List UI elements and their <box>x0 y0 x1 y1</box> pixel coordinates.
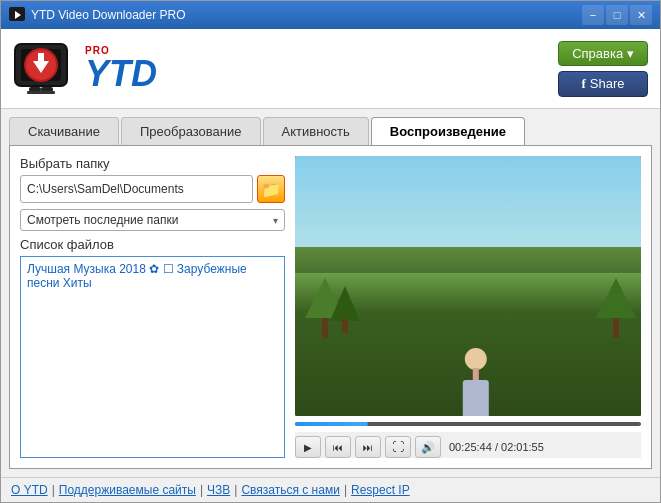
panel-left: Выбрать папку 📁 Смотреть последние папки… <box>20 156 285 458</box>
file-item-text: Лучшая Музыка 2018 ✿ ☐ Зарубежные песни … <box>27 262 278 290</box>
logo-tv-icon <box>13 39 73 99</box>
tab-playback[interactable]: Воспроизведение <box>371 117 525 145</box>
footer-sep-3: | <box>234 483 237 497</box>
footer-link-respectip[interactable]: Respect IP <box>351 483 410 497</box>
fullscreen-button[interactable]: ⛶ <box>385 436 411 458</box>
video-progress-bar[interactable] <box>295 422 641 426</box>
folder-icon: 📁 <box>261 180 281 199</box>
fullscreen-icon: ⛶ <box>392 440 404 454</box>
tabs-bar: Скачивание Преобразование Активность Вос… <box>9 117 652 145</box>
video-background <box>295 156 641 416</box>
footer-link-about[interactable]: О YTD <box>11 483 48 497</box>
logo-text-area: PRO YTD <box>85 45 157 92</box>
folder-path-input[interactable] <box>20 175 253 203</box>
share-button[interactable]: f Share <box>558 71 648 97</box>
rewind-button[interactable]: ⏮ <box>325 436 351 458</box>
progress-area <box>295 416 641 432</box>
spravka-label: Справка ▾ <box>572 46 634 61</box>
files-label: Список файлов <box>20 237 285 252</box>
logo-area: PRO YTD <box>13 39 558 99</box>
play-button[interactable]: ▶ <box>295 436 321 458</box>
time-display: 00:25:44 / 02:01:55 <box>449 441 544 453</box>
footer-link-sites[interactable]: Поддерживаемые сайты <box>59 483 196 497</box>
footer-sep-4: | <box>344 483 347 497</box>
title-bar-text: YTD Video Downloader PRO <box>31 8 582 22</box>
svg-rect-10 <box>39 91 55 94</box>
forward-icon: ⏭ <box>363 442 373 453</box>
current-time: 00:25:44 <box>449 441 492 453</box>
footer-sep-1: | <box>52 483 55 497</box>
logo-ytd-label: YTD <box>85 56 157 92</box>
footer-sep-2: | <box>200 483 203 497</box>
minimize-button[interactable]: − <box>582 5 604 25</box>
share-label: Share <box>590 76 625 91</box>
chevron-down-icon: ▾ <box>273 215 278 226</box>
tab-activity[interactable]: Активность <box>263 117 369 145</box>
dropdown-label: Смотреть последние папки <box>27 213 178 227</box>
title-bar-controls: − □ ✕ <box>582 5 652 25</box>
tab-convert[interactable]: Преобразование <box>121 117 261 145</box>
header: PRO YTD Справка ▾ f Share <box>1 29 660 109</box>
list-item[interactable]: Лучшая Музыка 2018 ✿ ☐ Зарубежные песни … <box>23 259 282 293</box>
spravka-button[interactable]: Справка ▾ <box>558 41 648 66</box>
volume-icon: 🔊 <box>421 441 435 454</box>
title-bar: YTD Video Downloader PRO − □ ✕ <box>1 1 660 29</box>
play-icon: ▶ <box>304 442 312 453</box>
video-progress-fill <box>295 422 368 426</box>
footer: О YTD | Поддерживаемые сайты | ЧЗВ | Свя… <box>1 477 660 502</box>
folder-label: Выбрать папку <box>20 156 285 171</box>
playback-panel: Выбрать папку 📁 Смотреть последние папки… <box>9 145 652 469</box>
video-player-area: ▶ ⏮ ⏭ ⛶ 🔊 00:25:44 <box>295 156 641 458</box>
volume-button[interactable]: 🔊 <box>415 436 441 458</box>
app-icon <box>9 7 25 23</box>
svg-rect-6 <box>38 53 44 63</box>
footer-link-contact[interactable]: Связаться с нами <box>241 483 339 497</box>
tree-left2 <box>330 286 360 333</box>
total-time: 02:01:55 <box>501 441 544 453</box>
video-display[interactable] <box>295 156 641 416</box>
folder-row: 📁 <box>20 175 285 203</box>
footer-link-faq[interactable]: ЧЗВ <box>207 483 230 497</box>
main-content: Скачивание Преобразование Активность Вос… <box>1 109 660 477</box>
file-list[interactable]: Лучшая Музыка 2018 ✿ ☐ Зарубежные песни … <box>20 256 285 458</box>
rewind-icon: ⏮ <box>333 442 343 453</box>
recent-folders-dropdown[interactable]: Смотреть последние папки ▾ <box>20 209 285 231</box>
main-window: YTD Video Downloader PRO − □ ✕ <box>0 0 661 503</box>
share-icon: f <box>581 76 585 92</box>
video-controls: ▶ ⏮ ⏭ ⛶ 🔊 00:25:44 <box>295 432 641 458</box>
maximize-button[interactable]: □ <box>606 5 628 25</box>
tab-download[interactable]: Скачивание <box>9 117 119 145</box>
browse-folder-button[interactable]: 📁 <box>257 175 285 203</box>
tree-right <box>596 278 636 338</box>
close-button[interactable]: ✕ <box>630 5 652 25</box>
header-buttons: Справка ▾ f Share <box>558 41 648 97</box>
forward-button[interactable]: ⏭ <box>355 436 381 458</box>
person-figure <box>463 348 489 416</box>
